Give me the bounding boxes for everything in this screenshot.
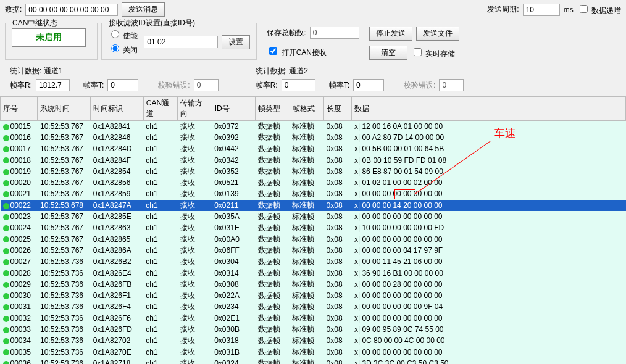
data-label: 数据: [5,4,22,15]
col-header[interactable]: 数据 [352,97,626,121]
send-msg-button[interactable]: 发送消息 [122,2,165,17]
relay-title: CAN中继状态 [10,18,59,28]
stats2-rate-t[interactable] [353,79,384,91]
col-header[interactable]: 帧类型 [256,97,290,121]
col-header[interactable]: 长度 [324,97,352,121]
col-header[interactable]: 系统时间 [38,97,91,121]
table-row[interactable]: 0002410:52:53.7670x1A82863ch1接收0x031E数据帧… [1,222,626,233]
table-row[interactable]: 0003010:52:53.7360x1A826F1ch1接收0x022A数据帧… [1,290,626,301]
table-row[interactable]: 0001510:52:53.7670x1A82841ch1接收0x0372数据帧… [1,121,626,132]
table-row[interactable]: 0002510:52:53.7670x1A82865ch1接收0x00A0数据帧… [1,233,626,244]
table-row[interactable]: 0002910:52:53.7360x1A826FBch1接收0x0308数据帧… [1,279,626,290]
filter-title: 接收滤波ID设置(直接ID号) [107,18,197,28]
table-row[interactable]: 0003310:52:53.7360x1A826FDch1接收0x030B数据帧… [1,324,626,335]
clear-button[interactable]: 清空 [369,46,407,60]
data-input[interactable] [25,4,118,16]
relay-not-enabled-button[interactable]: 未启用 [12,28,86,47]
col-header[interactable]: 传输方向 [178,97,212,121]
open-can-checkbox[interactable]: 打开CAN接收 [267,45,327,58]
col-header[interactable]: 时间标识 [91,97,144,121]
stats1-title: 统计数据: 通道1 [10,66,219,79]
save-total-value [310,27,359,39]
table-row[interactable]: 0002210:52:53.6780x1A8247Ach1接收0x0211数据帧… [1,200,626,211]
col-header[interactable]: ID号 [212,97,256,121]
col-header[interactable]: CAN通道 [143,97,177,121]
auto-inc-checkbox[interactable]: 数据递增 [577,3,621,16]
table-row[interactable]: 0001610:52:53.7670x1A82846ch1接收0x0392数据帧… [1,132,626,143]
filter-set-button[interactable]: 设置 [222,35,250,49]
realtime-checkbox[interactable]: 实时存储 [411,46,455,59]
col-header[interactable]: 帧格式 [290,97,323,121]
ms-label: ms [564,6,574,14]
stats2-title: 统计数据: 通道2 [256,66,464,79]
table-row[interactable]: 0001810:52:53.7670x1A8284Fch1接收0x0342数据帧… [1,154,626,165]
period-input[interactable] [523,4,560,16]
filter-id-input[interactable] [144,36,218,48]
stats1-rate-r[interactable] [36,79,70,91]
table-row[interactable]: 0002110:52:53.7670x1A82859ch1接收0x0139数据帧… [1,188,626,199]
table-row[interactable]: 0003110:52:53.7360x1A826F4ch1接收0x0234数据帧… [1,301,626,312]
filter-enable-radio[interactable]: 使能 [108,28,138,41]
stats1-chk [194,79,219,91]
filter-close-radio[interactable]: 关闭 [108,43,138,56]
send-file-button[interactable]: 发送文件 [416,27,459,41]
col-header[interactable]: 序号 [1,97,38,121]
table-row[interactable]: 0003210:52:53.7360x1A826F6ch1接收0x02E1数据帧… [1,313,626,324]
table-row[interactable]: 0003510:52:53.7360x1A8270Ech1接收0x031B数据帧… [1,346,626,357]
save-total-label: 保存总帧数: [267,28,306,38]
table-row[interactable]: 0003610:52:53.7360x1A82718ch1接收0x0324数据帧… [1,358,626,364]
table-row[interactable]: 0002310:52:53.7670x1A8285Ech1接收0x035A数据帧… [1,211,626,222]
table-row[interactable]: 0002810:52:53.7360x1A826E4ch1接收0x0314数据帧… [1,267,626,278]
stop-send-button[interactable]: 停止发送 [369,27,412,41]
stats2-chk [439,79,464,91]
period-label: 发送周期: [487,4,519,15]
stats1-rate-t[interactable] [107,79,138,91]
table-row[interactable]: 0003410:52:53.7360x1A82702ch1接收0x0318数据帧… [1,335,626,346]
table-row[interactable]: 0002610:52:53.7670x1A8286Ach1接收0x06FF数据帧… [1,245,626,256]
frame-table[interactable]: 序号系统时间时间标识CAN通道传输方向ID号帧类型帧格式长度数据 0001510… [0,96,626,364]
table-row[interactable]: 0002010:52:53.7670x1A82856ch1接收0x0521数据帧… [1,177,626,188]
table-row[interactable]: 0001710:52:53.7670x1A8284Dch1接收0x0442数据帧… [1,143,626,154]
stats2-rate-r[interactable] [282,79,315,91]
table-row[interactable]: 0002710:52:53.7360x1A826B2ch1接收0x0304数据帧… [1,256,626,267]
table-row[interactable]: 0001910:52:53.7670x1A82854ch1接收0x0352数据帧… [1,166,626,177]
